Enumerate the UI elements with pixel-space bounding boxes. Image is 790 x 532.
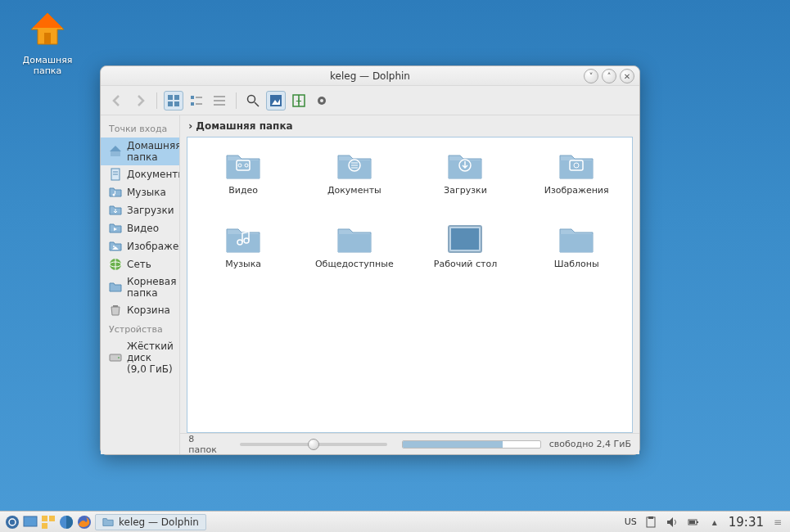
sidebar-item-root[interactable]: Корневая папка bbox=[101, 273, 179, 301]
breadcrumb[interactable]: › Домашняя папка bbox=[180, 115, 639, 137]
icon-view-button[interactable] bbox=[164, 91, 183, 110]
search-icon bbox=[246, 94, 260, 107]
sidebar-item-doc[interactable]: Документы bbox=[101, 165, 179, 183]
separator bbox=[236, 92, 237, 109]
system-tray: US ▴ 19:31 ≡ bbox=[625, 515, 785, 530]
music-icon bbox=[109, 186, 122, 199]
firefox-launcher[interactable] bbox=[77, 515, 92, 530]
folder-icon bbox=[223, 149, 263, 182]
search-button[interactable] bbox=[243, 91, 263, 110]
panel-toolbox-icon[interactable]: ≡ bbox=[770, 515, 785, 530]
chevron-right-icon: › bbox=[188, 120, 192, 132]
battery-tray-icon[interactable] bbox=[686, 515, 701, 530]
activities-icon bbox=[41, 515, 56, 530]
image-icon bbox=[109, 240, 122, 253]
svg-rect-23 bbox=[111, 151, 120, 156]
svg-rect-3 bbox=[168, 95, 173, 100]
statusbar: 8 папок свободно 2,4 ГиБ bbox=[180, 433, 639, 454]
folder-icon bbox=[335, 223, 374, 255]
svg-line-15 bbox=[255, 102, 259, 106]
svg-point-22 bbox=[320, 99, 323, 102]
svg-point-31 bbox=[113, 246, 115, 247]
sidebar-item-label: Домашняя папка bbox=[127, 140, 180, 163]
firefox-icon bbox=[77, 515, 92, 530]
tray-expand-icon[interactable]: ▴ bbox=[707, 515, 722, 530]
konqueror-icon bbox=[59, 515, 74, 530]
split-icon: + bbox=[292, 94, 305, 107]
zoom-knob[interactable] bbox=[308, 439, 319, 450]
folder-label: Рабочий стол bbox=[434, 259, 497, 269]
clipboard-tray-icon[interactable] bbox=[643, 515, 658, 530]
svg-rect-56 bbox=[42, 516, 47, 521]
back-button[interactable] bbox=[107, 91, 127, 110]
sidebar-item-download[interactable]: Загрузки bbox=[101, 201, 179, 219]
sidebar-item-image[interactable]: Изображения bbox=[101, 237, 179, 255]
folder-music[interactable]: Музыка bbox=[187, 219, 299, 293]
folder-icon bbox=[445, 223, 485, 255]
show-desktop-button[interactable] bbox=[23, 515, 38, 530]
folder-label: Общедоступные bbox=[315, 259, 394, 269]
preview-button[interactable] bbox=[266, 91, 286, 110]
sidebar-item-label: Изображения bbox=[127, 241, 180, 252]
free-space-label: свободно 2,4 ГиБ bbox=[549, 439, 631, 449]
arrow-right-icon bbox=[133, 93, 147, 108]
activities-button[interactable] bbox=[41, 515, 56, 530]
zoom-slider[interactable] bbox=[240, 443, 387, 446]
clipboard-icon bbox=[645, 516, 657, 528]
konqueror-launcher[interactable] bbox=[59, 515, 74, 530]
folder-public[interactable]: Общедоступные bbox=[299, 219, 410, 293]
disk-usage-bar bbox=[402, 440, 541, 449]
kickoff-launcher[interactable] bbox=[5, 515, 20, 530]
preview-icon bbox=[269, 94, 282, 107]
svg-rect-11 bbox=[214, 96, 225, 97]
svg-marker-2 bbox=[33, 13, 62, 28]
folder-desktop[interactable]: Рабочий стол bbox=[410, 219, 521, 293]
folder-template[interactable]: Шаблоны bbox=[521, 219, 632, 293]
forward-button[interactable] bbox=[130, 91, 150, 110]
sidebar-item-home[interactable]: Домашняя папка bbox=[101, 138, 179, 165]
sidebar-item-disk[interactable]: Жёсткий диск (9,0 ГиБ) bbox=[101, 338, 179, 377]
compact-view-button[interactable] bbox=[187, 91, 206, 110]
sidebar-item-network[interactable]: Сеть bbox=[101, 255, 179, 273]
window-title: keleg — Dolphin bbox=[330, 70, 410, 82]
minimize-button[interactable]: ˅ bbox=[584, 69, 598, 83]
folder-icon bbox=[102, 516, 114, 528]
svg-rect-55 bbox=[24, 516, 37, 526]
list-details-icon bbox=[213, 94, 226, 107]
svg-point-38 bbox=[118, 357, 120, 358]
download-icon bbox=[109, 204, 122, 217]
volume-tray-icon[interactable] bbox=[665, 515, 679, 530]
svg-rect-10 bbox=[196, 103, 202, 105]
toolbar: + bbox=[101, 86, 639, 115]
desktop-home-shortcut[interactable]: Домашняяпапка bbox=[15, 10, 80, 76]
folder-icon bbox=[445, 149, 485, 182]
svg-rect-12 bbox=[214, 100, 225, 101]
sidebar-item-video[interactable]: Видео bbox=[101, 219, 179, 237]
svg-rect-1 bbox=[44, 33, 51, 44]
svg-point-53 bbox=[6, 516, 19, 529]
list-compact-icon bbox=[190, 94, 203, 107]
breadcrumb-label: Домашняя папка bbox=[196, 120, 292, 132]
home-icon bbox=[28, 10, 67, 49]
split-button[interactable]: + bbox=[289, 91, 309, 110]
taskbar-app-dolphin[interactable]: keleg — Dolphin bbox=[95, 514, 206, 530]
network-icon bbox=[109, 258, 122, 271]
keyboard-layout-indicator[interactable]: US bbox=[625, 516, 637, 527]
sidebar-item-label: Жёсткий диск (9,0 ГиБ) bbox=[127, 340, 174, 375]
maximize-button[interactable]: ˄ bbox=[602, 69, 616, 83]
folder-video[interactable]: Видео bbox=[187, 146, 299, 219]
close-button[interactable]: ✕ bbox=[620, 69, 634, 83]
grid-icon bbox=[167, 94, 180, 107]
sidebar-item-trash[interactable]: Корзина bbox=[101, 301, 179, 319]
details-view-button[interactable] bbox=[210, 91, 229, 110]
folder-doc[interactable]: Документы bbox=[299, 146, 410, 219]
file-grid[interactable]: ВидеоДокументыЗагрузкиИзображенияМузыкаО… bbox=[187, 137, 633, 433]
svg-rect-29 bbox=[115, 191, 115, 194]
svg-rect-5 bbox=[168, 101, 173, 106]
titlebar[interactable]: keleg — Dolphin ˅ ˄ ✕ bbox=[101, 66, 639, 86]
clock[interactable]: 19:31 bbox=[729, 515, 764, 530]
folder-download[interactable]: Загрузки bbox=[410, 146, 521, 219]
folder-image[interactable]: Изображения bbox=[521, 146, 632, 219]
sidebar-item-music[interactable]: Музыка bbox=[101, 183, 179, 201]
control-menu-button[interactable] bbox=[312, 91, 332, 110]
